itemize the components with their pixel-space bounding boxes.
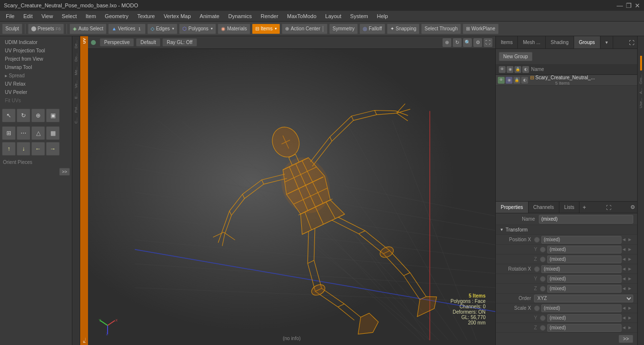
uv-peeler-tool[interactable]: UV Peeler [2,88,70,96]
rot-y-arrow-right[interactable]: ▶ [628,276,633,281]
auto-select-button[interactable]: ◈ Auto Select [69,23,107,34]
project-from-view[interactable]: Project from View [2,55,70,63]
side-label-pol[interactable]: Pol... [73,102,79,115]
workplane-button[interactable]: ⊞ WorkPlane [463,23,499,34]
rot-z-arrow-right[interactable]: ▶ [628,286,633,291]
raygl-btn[interactable]: Ray GL: Off [162,38,197,46]
side-label-e[interactable]: E... [73,91,79,101]
icon-mesh[interactable]: ⊞ [2,126,16,140]
arrow-right[interactable]: → [46,142,60,156]
order-select[interactable]: XYZ XZY YXZ YZX ZXY ZYX [534,295,633,302]
row-icon-render[interactable]: ◉ [506,77,512,84]
menu-item-view[interactable]: View [38,12,57,20]
viewport[interactable]: Perspective Default Ray GL: Off ⊕ ↻ 🔍 ⚙ … [88,36,495,345]
spread-section[interactable]: ▸Spread [2,71,70,80]
props-tab-channels[interactable]: Channels [529,202,559,213]
rot-z-input[interactable] [547,285,622,293]
menu-item-file[interactable]: File [2,12,19,20]
right-strip-gro[interactable]: Gro... [638,72,644,86]
pos-x-arrow-right[interactable]: ▶ [628,237,633,242]
scale-y-arrow-right[interactable]: ▶ [628,316,633,320]
right-strip-a[interactable]: A... [638,86,644,96]
col-icon-lock[interactable]: 🔒 [514,66,521,73]
fit-uvs-tool[interactable]: Fit UVs [2,96,70,105]
scale-x-arrow-left[interactable]: ◀ [622,306,627,310]
rot-x-arrow-left[interactable]: ◀ [622,267,627,271]
expand-btn[interactable]: >> [59,168,70,176]
menu-item-vertex map[interactable]: Vertex Map [160,12,195,20]
items-button[interactable]: ⊟ Items ▾ [252,23,280,34]
side-label-me[interactable]: Me... [73,65,79,77]
scale-y-indicator[interactable] [540,315,546,321]
more-btn[interactable]: >> [619,335,633,343]
scale-z-indicator[interactable] [540,325,546,331]
pos-z-input[interactable] [547,255,622,263]
new-group-button[interactable]: New Group [499,52,533,61]
tab-mesh[interactable]: Mesh ... [518,36,546,48]
rot-y-input[interactable] [547,275,622,283]
viewport-canvas[interactable]: 5 Items Polygons : Face Channels: 0 Defo… [88,49,495,345]
default-btn[interactable]: Default [136,38,160,46]
props-settings[interactable]: ⚙ [628,202,637,213]
rot-z-arrow-left[interactable]: ◀ [622,286,627,291]
rot-x-input[interactable] [541,265,622,273]
group-row[interactable]: 👁 ◉ 🔒 ◐ ⊟ Scary_Creature_Neutral_... 5 I… [496,75,637,86]
icon-transform[interactable]: ▣ [46,109,60,122]
col-icon-solo[interactable]: ◐ [522,66,529,73]
pos-x-indicator[interactable] [534,237,540,243]
menu-item-texture[interactable]: Texture [133,12,159,20]
select-through-button[interactable]: Select Through [421,23,461,34]
tab-groups[interactable]: Groups [574,36,600,48]
pos-y-arrow-right[interactable]: ▶ [628,247,633,252]
snapping-button[interactable]: ✦ Snapping [387,23,420,34]
close-btn[interactable]: ✕ [635,2,640,9]
side-label-c[interactable]: C... [73,115,79,125]
uv-strip[interactable]: UV F... [80,36,88,345]
falloff-button[interactable]: ◎ Falloff [359,23,385,34]
arrow-up[interactable]: ↑ [2,142,16,156]
udim-indicator[interactable]: UDIM Indicator [2,38,70,46]
props-tab-add[interactable]: + [579,202,589,213]
name-input[interactable] [539,215,633,224]
rot-x-arrow-right[interactable]: ▶ [628,267,633,271]
menu-item-item[interactable]: Item [82,12,100,20]
icon-rotate[interactable]: ↻ [17,109,30,122]
props-expand[interactable]: ⛶ [604,202,613,213]
scale-x-arrow-right[interactable]: ▶ [628,306,633,310]
pos-x-arrow-left[interactable]: ◀ [622,237,627,242]
rot-y-indicator[interactable] [540,276,546,282]
menu-item-render[interactable]: Render [257,12,282,20]
pos-z-arrow-right[interactable]: ▶ [628,257,633,261]
icon-ref[interactable]: ▦ [46,126,60,140]
vp-icon-settings[interactable]: ⚙ [473,38,482,47]
icon-wire[interactable]: ⋯ [17,126,30,140]
pos-z-indicator[interactable] [540,256,546,262]
transform-header[interactable]: ▼ Transform [496,225,637,235]
tab-items[interactable]: Items [496,36,518,48]
arrow-left[interactable]: ← [31,142,45,156]
right-strip-use[interactable]: Use... [638,96,644,110]
col-icon-render[interactable]: ◉ [507,66,513,73]
icon-scale[interactable]: ⊕ [31,109,45,122]
polygons-button[interactable]: ⬡ Polygons ▾ [179,23,216,34]
menu-item-edit[interactable]: Edit [20,12,37,20]
maximize-btn[interactable]: ❐ [626,2,632,9]
tab-expand[interactable]: ⛶ [626,36,637,48]
perspective-btn[interactable]: Perspective [100,38,134,46]
vp-icon-maximize[interactable]: ⛶ [484,38,492,47]
scale-x-indicator[interactable] [534,305,540,311]
side-label-de[interactable]: De... [73,38,79,50]
uv-relax-tool[interactable]: UV Relax [2,80,70,88]
icon-shape[interactable]: △ [31,126,45,140]
scale-z-arrow-left[interactable]: ◀ [622,325,627,330]
tab-chevron[interactable]: ▾ [600,36,613,48]
menu-item-help[interactable]: Help [373,12,392,20]
materials-button[interactable]: ◉ Materials [218,23,250,34]
rot-z-indicator[interactable] [540,286,546,292]
pos-y-input[interactable] [547,246,622,253]
rot-y-arrow-left[interactable]: ◀ [622,276,627,281]
pos-x-input[interactable] [541,236,622,244]
pos-z-arrow-left[interactable]: ◀ [622,257,627,261]
menu-item-maxtomodo[interactable]: MaxToModo [283,12,320,20]
vp-icon-search[interactable]: 🔍 [463,38,472,47]
